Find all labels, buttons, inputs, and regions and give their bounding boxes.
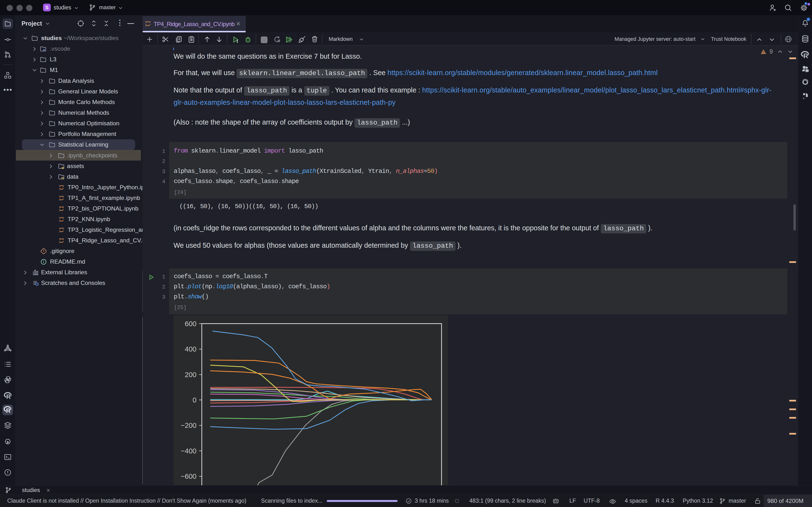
svg-text:0: 0: [193, 396, 197, 404]
svg-text:−400: −400: [181, 447, 197, 455]
svg-text:400: 400: [185, 345, 197, 353]
svg-text:R: R: [6, 393, 11, 400]
svg-text:200: 200: [185, 371, 197, 379]
svg-text:−200: −200: [181, 421, 197, 429]
svg-text:600: 600: [185, 320, 197, 328]
svg-text:−600: −600: [181, 472, 197, 480]
svg-text:R: R: [803, 52, 808, 60]
svg-text:R: R: [6, 407, 11, 414]
